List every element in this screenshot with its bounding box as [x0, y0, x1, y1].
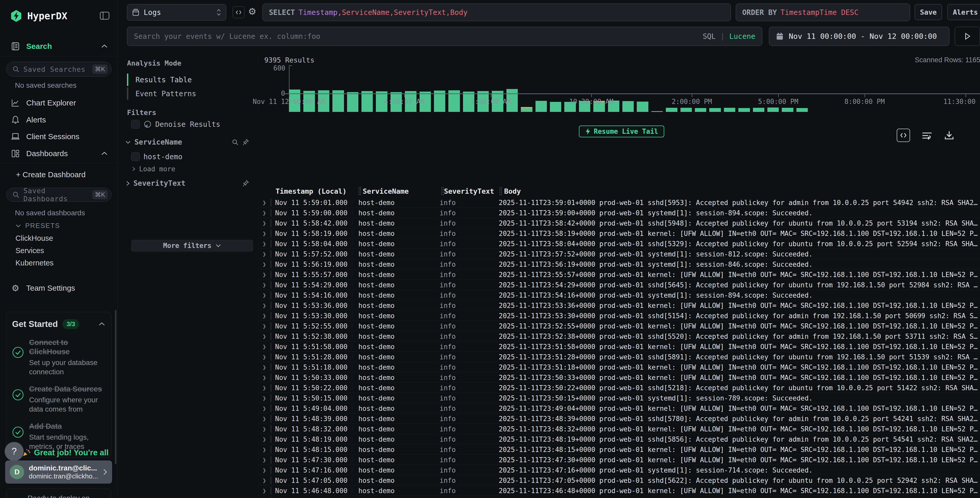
expand-row-icon[interactable]: ❯: [258, 425, 267, 433]
load-more-button[interactable]: Load more: [132, 165, 175, 173]
pin-icon[interactable]: [242, 180, 249, 187]
expand-row-icon[interactable]: ❯: [258, 292, 267, 299]
get-started-task[interactable]: Connect to ClickHouseSet up your databas…: [12, 338, 105, 377]
mode-results-table[interactable]: Results Table: [128, 73, 236, 86]
table-row[interactable]: ❯Nov 11 5:53:36.000 PMhost-demoinfo2025-…: [258, 300, 980, 311]
expand-row-icon[interactable]: ❯: [258, 261, 267, 268]
table-row[interactable]: ❯Nov 11 5:52:38.000 PMhost-demoinfo2025-…: [258, 331, 980, 342]
mode-event-patterns[interactable]: Event Patterns: [128, 88, 236, 100]
table-row[interactable]: ❯Nov 11 5:59:00.000 PMhost-demoinfo2025-…: [258, 208, 980, 218]
table-row[interactable]: ❯Nov 11 5:53:30.000 PMhost-demoinfo2025-…: [258, 311, 980, 321]
expand-row-icon[interactable]: ❯: [258, 240, 267, 247]
column-resize-handle[interactable]: [441, 187, 442, 195]
facet-servicename[interactable]: ServiceName: [125, 138, 253, 146]
sidebar-item-dashboards[interactable]: Dashboards: [10, 149, 108, 158]
save-button[interactable]: Save: [915, 4, 942, 20]
table-row[interactable]: ❯Nov 11 5:47:16.000 PMhost-demoinfo2025-…: [258, 465, 980, 476]
get-started-task[interactable]: Create Data SourcesConfigure where your …: [12, 384, 105, 414]
sidebar-item-chart-explorer[interactable]: Chart Explorer: [10, 98, 108, 107]
table-row[interactable]: ❯Nov 11 5:54:29.000 PMhost-demoinfo2025-…: [258, 280, 980, 290]
facet-search-icon[interactable]: [232, 139, 239, 146]
table-row[interactable]: ❯Nov 11 5:47:30.000 PMhost-demoinfo2025-…: [258, 455, 980, 465]
col-timestamp[interactable]: Timestamp (Local): [275, 187, 347, 195]
user-menu[interactable]: D dominic.tran@clic... dominic.tran@clic…: [5, 460, 112, 484]
host-demo-checkbox[interactable]: [131, 152, 140, 161]
table-row[interactable]: ❯Nov 11 5:48:32.000 PMhost-demoinfo2025-…: [258, 424, 980, 434]
table-row[interactable]: ❯Nov 11 5:58:19.000 PMhost-demoinfo2025-…: [258, 228, 980, 239]
expand-row-icon[interactable]: ❯: [258, 446, 267, 453]
col-body[interactable]: Body: [504, 187, 521, 195]
facet-severitytext[interactable]: SeverityText: [126, 179, 253, 188]
expand-row-icon[interactable]: ❯: [258, 353, 267, 361]
sidebar-scrollbar[interactable]: [115, 310, 116, 464]
download-icon[interactable]: [944, 130, 954, 140]
resume-live-tail-button[interactable]: Resume Live Tail: [579, 126, 664, 137]
table-row[interactable]: ❯Nov 11 5:51:18.000 PMhost-demoinfo2025-…: [258, 362, 980, 372]
histogram-bar[interactable]: [651, 111, 663, 112]
lang-lucene-toggle[interactable]: Lucene: [729, 32, 755, 41]
column-resize-handle[interactable]: [359, 187, 360, 195]
table-row[interactable]: ❯Nov 11 5:49:04.000 PMhost-demoinfo2025-…: [258, 403, 980, 413]
expand-row-icon[interactable]: ❯: [258, 322, 267, 330]
sidebar-item-alerts[interactable]: Alerts: [10, 115, 108, 124]
event-search-input[interactable]: Search your events w/ Lucene ex. column:…: [127, 27, 762, 46]
facet-value-host-demo[interactable]: host-demo: [131, 152, 183, 161]
get-started-task[interactable]: Add DataStart sending logs, metrics, or …: [12, 421, 105, 451]
sidebar-item-search[interactable]: Search: [10, 42, 108, 51]
expand-row-icon[interactable]: ❯: [258, 199, 267, 206]
collapse-sidebar-icon[interactable]: [100, 11, 110, 20]
source-select[interactable]: Logs: [127, 4, 226, 21]
table-row[interactable]: ❯Nov 11 5:58:42.000 PMhost-demoinfo2025-…: [258, 218, 980, 228]
alerts-button[interactable]: Alerts: [947, 4, 980, 20]
presets-toggle[interactable]: PRESETS: [16, 222, 60, 230]
preset-clickhouse[interactable]: ClickHouse: [16, 234, 53, 243]
help-button[interactable]: ?: [5, 442, 24, 461]
table-row[interactable]: ❯Nov 11 5:57:52.000 PMhost-demoinfo2025-…: [258, 249, 980, 259]
table-row[interactable]: ❯Nov 11 5:48:15.000 PMhost-demoinfo2025-…: [258, 444, 980, 455]
expand-row-icon[interactable]: ❯: [258, 343, 267, 350]
expand-row-icon[interactable]: ❯: [258, 312, 267, 319]
table-row[interactable]: ❯Nov 11 5:48:39.000 PMhost-demoinfo2025-…: [258, 413, 980, 424]
denoise-filter[interactable]: Denoise Results: [131, 120, 249, 129]
select-clause-input[interactable]: SELECT Timestamp,ServiceName,SeverityTex…: [262, 3, 731, 21]
expand-row-icon[interactable]: ❯: [258, 251, 267, 258]
expand-row-icon[interactable]: ❯: [258, 230, 267, 237]
pin-icon[interactable]: [242, 139, 249, 146]
expand-row-icon[interactable]: ❯: [258, 384, 267, 391]
saved-searches-input[interactable]: Saved Searches ⌘K: [6, 62, 111, 77]
expand-row-icon[interactable]: ❯: [258, 405, 267, 412]
code-toggle-button[interactable]: [233, 6, 245, 18]
chevron-up-icon[interactable]: [99, 322, 105, 326]
table-row[interactable]: ❯Nov 11 5:59:01.000 PMhost-demoinfo2025-…: [258, 198, 980, 208]
expand-row-icon[interactable]: ❯: [258, 209, 267, 217]
expand-row-icon[interactable]: ❯: [258, 374, 267, 381]
table-row[interactable]: ❯Nov 11 5:46:48.000 PMhost-demoinfo2025-…: [258, 486, 980, 496]
expand-row-icon[interactable]: ❯: [258, 456, 267, 463]
expand-row-icon[interactable]: ❯: [258, 220, 267, 227]
expand-row-icon[interactable]: ❯: [258, 415, 267, 422]
table-row[interactable]: ❯Nov 11 5:52:55.000 PMhost-demoinfo2025-…: [258, 321, 980, 331]
expand-row-icon[interactable]: ❯: [258, 394, 267, 402]
table-row[interactable]: ❯Nov 11 5:55:57.000 PMhost-demoinfo2025-…: [258, 270, 980, 280]
preset-kubernetes[interactable]: Kubernetes: [16, 259, 54, 267]
table-row[interactable]: ❯Nov 11 5:50:33.000 PMhost-demoinfo2025-…: [258, 372, 980, 383]
table-row[interactable]: ❯Nov 11 5:48:19.000 PMhost-demoinfo2025-…: [258, 434, 980, 444]
create-dashboard-button[interactable]: + Create Dashboard: [16, 170, 86, 179]
settings-gear-icon[interactable]: ⚙: [248, 6, 256, 17]
more-filters-button[interactable]: More filters: [131, 240, 253, 252]
table-row[interactable]: ❯Nov 11 5:50:22.000 PMhost-demoinfo2025-…: [258, 383, 980, 393]
code-view-icon[interactable]: [897, 129, 910, 142]
table-row[interactable]: ❯Nov 11 5:45:31.000 PMhost-demoinfo2025-…: [258, 496, 980, 498]
table-row[interactable]: ❯Nov 11 5:58:04.000 PMhost-demoinfo2025-…: [258, 239, 980, 249]
order-by-input[interactable]: ORDER BY TimestampTime DESC: [736, 3, 910, 21]
expand-row-icon[interactable]: ❯: [258, 364, 267, 371]
table-row[interactable]: ❯Nov 11 5:56:19.000 PMhost-demoinfo2025-…: [258, 259, 980, 270]
expand-row-icon[interactable]: ❯: [258, 467, 267, 474]
date-range-picker[interactable]: Nov 11 00:00:00 - Nov 12 00:00:00: [769, 27, 950, 46]
sidebar-item-team-settings[interactable]: ⚙ Team Settings: [10, 283, 108, 293]
denoise-checkbox[interactable]: [131, 120, 140, 129]
expand-row-icon[interactable]: ❯: [258, 302, 267, 309]
run-query-button[interactable]: [955, 27, 980, 46]
wrap-text-icon[interactable]: [921, 131, 933, 140]
expand-row-icon[interactable]: ❯: [258, 333, 267, 340]
